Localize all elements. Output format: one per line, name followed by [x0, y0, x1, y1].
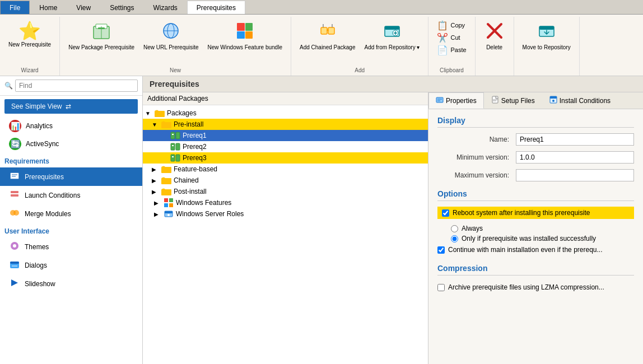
name-input[interactable] — [516, 133, 634, 146]
options-section-title: Options — [437, 189, 634, 201]
sidebar-search-bar: 🔍 — [0, 76, 142, 96]
ribbon-group-delete: Delete — [476, 17, 514, 76]
setup-files-tab-icon — [491, 96, 499, 105]
tab-view[interactable]: View — [67, 1, 100, 14]
min-version-input[interactable] — [516, 151, 634, 164]
only-if-radio[interactable] — [451, 235, 458, 242]
tree-node-post-install[interactable]: ▶ Post-install — [143, 186, 428, 197]
ribbon-clipboard-buttons: 📋 Copy ✂️ Cut 📄 Paste — [433, 17, 470, 58]
prereq3-label: Prereq3 — [181, 153, 208, 162]
archive-checkbox[interactable] — [437, 284, 445, 291]
simple-view-button[interactable]: See Simple View ⇄ — [4, 99, 138, 114]
ribbon-move-label — [519, 72, 575, 76]
max-version-input[interactable] — [516, 169, 634, 181]
search-input[interactable] — [15, 80, 138, 92]
add-from-repository-button[interactable]: Add from Repository ▾ — [361, 19, 424, 54]
expand-win-server[interactable]: ▶ — [154, 211, 163, 217]
tree-node-prereq1[interactable]: Prereq1 — [143, 130, 428, 141]
tab-wizards[interactable]: Wizards — [144, 1, 187, 14]
expand-packages[interactable]: ▼ — [145, 110, 154, 116]
tree-node-feature-based[interactable]: ▶ Feature-based — [143, 164, 428, 175]
expand-post-install[interactable]: ▶ — [152, 189, 161, 195]
ribbon-delete-buttons: Delete — [480, 17, 509, 56]
cut-icon: ✂️ — [437, 32, 448, 43]
tree-node-packages[interactable]: ▼ Packages — [143, 108, 428, 119]
packages-folder-icon — [154, 109, 165, 118]
move-to-repo-icon — [538, 22, 556, 43]
sidebar-item-launch-conditions[interactable]: Launch Conditions — [0, 186, 142, 204]
tab-install-conditions[interactable]: Install Conditions — [542, 92, 618, 109]
reboot-checkbox-row: Reboot system after installing this prer… — [437, 207, 634, 219]
expand-feature-based[interactable]: ▶ — [152, 166, 161, 172]
svg-point-57 — [167, 214, 170, 216]
tab-file[interactable]: File — [0, 1, 30, 14]
expand-chained[interactable]: ▶ — [152, 178, 161, 184]
svg-rect-46 — [176, 155, 180, 161]
svg-rect-56 — [165, 211, 173, 213]
tree-node-prereq3[interactable]: Prereq3 — [143, 152, 428, 164]
sidebar-item-prerequisites[interactable]: Prerequisites — [0, 167, 142, 186]
svg-rect-38 — [161, 122, 171, 128]
sidebar-item-activesync[interactable]: 🔄 ActiveSync — [0, 135, 142, 153]
delete-button[interactable]: Delete — [480, 19, 509, 54]
expand-pre-install[interactable]: ▼ — [152, 122, 161, 128]
copy-button[interactable]: 📋 Copy — [433, 19, 469, 31]
new-url-prerequisite-button[interactable]: New URL Prerequisite — [139, 19, 203, 54]
post-install-icon — [161, 187, 172, 196]
paste-button[interactable]: 📄 Paste — [433, 44, 470, 56]
add-chained-package-button[interactable]: Add Chained Package — [296, 19, 360, 54]
continue-checkbox[interactable] — [437, 246, 445, 254]
tree-node-chained[interactable]: ▶ Chained — [143, 175, 428, 186]
tab-prerequisites[interactable]: Prerequisites — [187, 1, 245, 14]
move-to-repository-button[interactable]: Move to Repository — [519, 19, 575, 54]
svg-point-30 — [13, 210, 19, 216]
tree-panel: Additional Packages ▼ Packages ▼ — [143, 92, 428, 364]
tab-home[interactable]: Home — [30, 1, 67, 14]
panel-body: Display Name: Minimum version: Maximum v… — [428, 109, 643, 300]
tree-node-pre-install[interactable]: ▼ Pre-install — [143, 119, 428, 130]
sidebar-item-analytics[interactable]: 📊 Analytics — [0, 117, 142, 135]
tree-node-prereq2[interactable]: Prereq2 — [143, 141, 428, 152]
new-prereq-icon: ⭐ — [18, 22, 41, 40]
sidebar-item-dialogs[interactable]: Dialogs — [0, 256, 142, 274]
tree-node-windows-features[interactable]: ▶ Windows Features — [143, 197, 428, 208]
win-server-icon — [163, 209, 174, 218]
post-install-label: Post-install — [172, 187, 208, 196]
always-radio[interactable] — [451, 225, 458, 232]
new-windows-feature-button[interactable]: New Windows Feature bundle — [204, 19, 286, 54]
svg-rect-52 — [169, 198, 173, 202]
sidebar-item-slideshow[interactable]: Slideshow — [0, 274, 142, 293]
ribbon-move-buttons: Move to Repository — [519, 17, 575, 56]
ribbon-wizard-buttons: ⭐ New Prerequisite — [4, 17, 55, 53]
svg-rect-7 — [237, 23, 245, 31]
sidebar-item-merge-modules[interactable]: Merge Modules — [0, 204, 142, 223]
tab-settings[interactable]: Settings — [100, 1, 143, 14]
packages-label: Packages — [165, 109, 198, 118]
install-conditions-tab-icon — [549, 96, 557, 105]
archive-checkbox-row: Archive prerequisite files using LZMA co… — [437, 281, 634, 293]
prereq2-icon — [170, 142, 181, 151]
reboot-checkbox[interactable] — [442, 209, 449, 217]
ribbon-new-buttons: New Package Prerequisite New URL Prerequ… — [64, 17, 286, 56]
expand-win-features[interactable]: ▶ — [154, 200, 163, 206]
svg-rect-49 — [161, 178, 171, 184]
tab-properties[interactable]: Properties — [428, 92, 484, 109]
new-prerequisite-button[interactable]: ⭐ New Prerequisite — [4, 19, 55, 51]
tree-path-bar: Additional Packages — [143, 92, 428, 105]
ribbon-new-label: New — [64, 66, 286, 76]
svg-point-66 — [552, 100, 555, 102]
sidebar-item-themes[interactable]: Themes — [0, 237, 142, 256]
tab-setup-files[interactable]: Setup Files — [484, 92, 542, 109]
svg-rect-65 — [550, 96, 557, 99]
ribbon-group-clipboard: 📋 Copy ✂️ Cut 📄 Paste Clipboard — [428, 17, 475, 76]
new-url-icon — [162, 22, 180, 43]
tree-node-windows-server-roles[interactable]: ▶ Windows Server Roles — [143, 208, 428, 220]
ribbon-group-add: Add Chained Package Add from Repository … — [291, 17, 428, 76]
new-package-prerequisite-button[interactable]: New Package Prerequisite — [64, 19, 138, 54]
svg-rect-8 — [245, 23, 253, 31]
ribbon-wizard-label: Wizard — [4, 66, 55, 76]
cut-button[interactable]: ✂️ Cut — [433, 31, 464, 44]
ribbon-add-buttons: Add Chained Package Add from Repository … — [296, 17, 423, 56]
svg-rect-51 — [164, 198, 168, 202]
svg-rect-58 — [436, 97, 443, 102]
